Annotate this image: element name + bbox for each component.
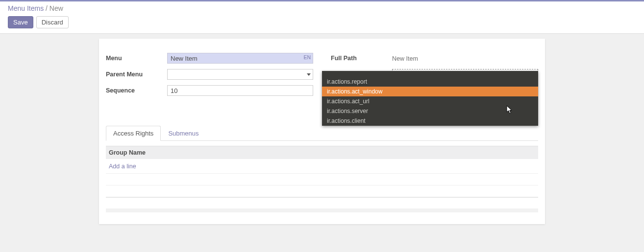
breadcrumb: Menu Items / New xyxy=(8,4,636,12)
action-dropdown[interactable]: ir.actions.report ir.actions.act_window … xyxy=(322,71,538,126)
dropdown-option[interactable]: ir.actions.act_url xyxy=(322,96,538,106)
label-sequence: Sequence xyxy=(106,87,167,94)
tab-submenus[interactable]: Submenus xyxy=(161,126,206,141)
label-menu: Menu xyxy=(106,55,167,62)
add-line-link[interactable]: Add a line xyxy=(109,163,136,170)
dropdown-option[interactable]: ir.actions.server xyxy=(322,106,538,116)
access-rights-table: Group Name Add a line xyxy=(106,146,538,198)
dropdown-option[interactable]: ir.actions.act_window xyxy=(322,87,538,96)
tabs: Access Rights Submenus xyxy=(106,126,538,141)
tab-access-rights[interactable]: Access Rights xyxy=(106,126,161,141)
page-header: Menu Items / New Save Discard xyxy=(0,1,644,34)
dropdown-option[interactable]: ir.actions.client xyxy=(322,116,538,126)
label-full-path: Full Path xyxy=(331,55,392,62)
dropdown-option[interactable]: ir.actions.report xyxy=(322,77,538,87)
full-path-value: New Item xyxy=(392,54,538,62)
sequence-input[interactable] xyxy=(167,85,313,96)
page-body: Menu EN Parent Menu Sequence xyxy=(0,34,644,249)
col-group-name: Group Name xyxy=(106,146,538,159)
lang-badge[interactable]: EN xyxy=(303,54,311,60)
footer-strip xyxy=(106,208,538,212)
tab-content: Group Name Add a line xyxy=(99,146,545,198)
breadcrumb-separator: / xyxy=(46,4,50,12)
form-grid: Menu EN Parent Menu Sequence xyxy=(99,52,545,117)
breadcrumb-current: New xyxy=(50,4,63,12)
menu-input[interactable] xyxy=(167,53,313,64)
form-card: Menu EN Parent Menu Sequence xyxy=(99,39,545,224)
header-actions: Save Discard xyxy=(8,16,636,28)
save-button[interactable]: Save xyxy=(8,16,33,28)
empty-row xyxy=(106,185,538,197)
empty-row xyxy=(106,174,538,185)
label-parent-menu: Parent Menu xyxy=(106,71,167,78)
breadcrumb-root[interactable]: Menu Items xyxy=(8,4,44,12)
discard-button[interactable]: Discard xyxy=(36,16,69,28)
parent-menu-select[interactable] xyxy=(167,69,313,80)
